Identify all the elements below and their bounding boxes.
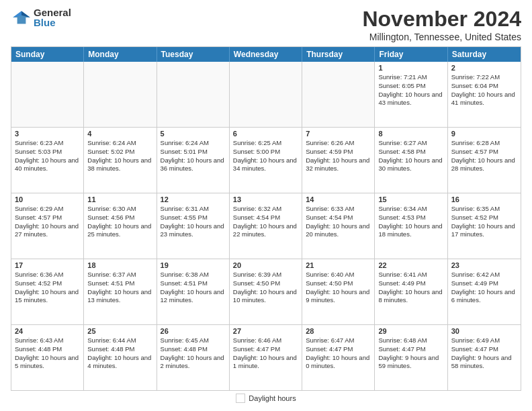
day-number: 11 [87, 195, 152, 203]
day-info: Sunrise: 6:45 AM Sunset: 4:48 PM Dayligh… [161, 336, 226, 371]
calendar-cell [84, 62, 157, 127]
day-number: 9 [451, 130, 517, 138]
header: General Blue November 2024 Millington, T… [11, 7, 521, 42]
page: General Blue November 2024 Millington, T… [0, 0, 532, 411]
calendar-cell: 15Sunrise: 6:34 AM Sunset: 4:53 PM Dayli… [375, 193, 447, 259]
legend-daylight-label: Daylight hours [249, 394, 296, 402]
day-info: Sunrise: 6:36 AM Sunset: 4:52 PM Dayligh… [15, 271, 80, 305]
calendar-cell: 7Sunrise: 6:26 AM Sunset: 4:59 PM Daylig… [302, 128, 375, 193]
calendar-cell [11, 62, 84, 127]
day-info: Sunrise: 6:48 AM Sunset: 4:47 PM Dayligh… [378, 336, 443, 371]
day-number: 16 [451, 195, 517, 203]
day-number: 13 [233, 195, 298, 203]
logo-general-text: General [34, 7, 71, 17]
day-number: 25 [87, 327, 152, 335]
day-number: 1 [378, 64, 443, 72]
day-info: Sunrise: 6:47 AM Sunset: 4:47 PM Dayligh… [306, 336, 371, 371]
calendar-cell: 27Sunrise: 6:46 AM Sunset: 4:47 PM Dayli… [230, 325, 302, 390]
day-number: 20 [233, 261, 298, 269]
calendar-cell: 2Sunrise: 7:22 AM Sunset: 6:04 PM Daylig… [448, 62, 521, 127]
legend-daylight: Daylight hours [236, 394, 296, 403]
day-number: 21 [306, 261, 371, 269]
day-info: Sunrise: 6:27 AM Sunset: 4:58 PM Dayligh… [378, 139, 443, 173]
legend: Daylight hours [11, 391, 521, 404]
day-info: Sunrise: 6:23 AM Sunset: 5:03 PM Dayligh… [15, 139, 80, 173]
calendar-cell: 21Sunrise: 6:40 AM Sunset: 4:50 PM Dayli… [302, 259, 375, 324]
month-title: November 2024 [362, 7, 521, 32]
day-number: 18 [87, 261, 152, 269]
calendar-cell: 20Sunrise: 6:39 AM Sunset: 4:50 PM Dayli… [230, 259, 302, 324]
title-block: November 2024 Millington, Tennessee, Uni… [362, 7, 521, 42]
calendar-cell [230, 62, 302, 127]
day-number: 23 [451, 261, 517, 269]
legend-daylight-box [236, 394, 245, 403]
calendar-cell: 16Sunrise: 6:35 AM Sunset: 4:52 PM Dayli… [448, 193, 521, 259]
day-number: 17 [15, 261, 80, 269]
calendar-cell: 1Sunrise: 7:21 AM Sunset: 6:05 PM Daylig… [375, 62, 447, 127]
calendar-cell: 12Sunrise: 6:31 AM Sunset: 4:55 PM Dayli… [157, 193, 230, 259]
calendar-cell: 9Sunrise: 6:28 AM Sunset: 4:57 PM Daylig… [448, 128, 521, 193]
calendar-cell: 30Sunrise: 6:49 AM Sunset: 4:47 PM Dayli… [448, 325, 521, 390]
day-number: 29 [378, 327, 443, 335]
day-number: 12 [161, 195, 226, 203]
day-info: Sunrise: 6:41 AM Sunset: 4:49 PM Dayligh… [378, 271, 443, 305]
logo-blue-text: Blue [34, 17, 71, 28]
calendar-cell [302, 62, 375, 127]
day-info: Sunrise: 6:38 AM Sunset: 4:51 PM Dayligh… [161, 271, 226, 305]
location: Millington, Tennessee, United States [362, 32, 521, 42]
calendar-cell: 13Sunrise: 6:32 AM Sunset: 4:54 PM Dayli… [230, 193, 302, 259]
calendar-cell: 26Sunrise: 6:45 AM Sunset: 4:48 PM Dayli… [157, 325, 230, 390]
day-info: Sunrise: 7:21 AM Sunset: 6:05 PM Dayligh… [378, 73, 443, 107]
calendar-cell: 22Sunrise: 6:41 AM Sunset: 4:49 PM Dayli… [375, 259, 447, 324]
day-info: Sunrise: 6:35 AM Sunset: 4:52 PM Dayligh… [451, 205, 517, 239]
day-number: 14 [306, 195, 371, 203]
day-info: Sunrise: 6:25 AM Sunset: 5:00 PM Dayligh… [233, 139, 298, 173]
day-info: Sunrise: 6:44 AM Sunset: 4:48 PM Dayligh… [87, 336, 152, 371]
calendar-cell: 3Sunrise: 6:23 AM Sunset: 5:03 PM Daylig… [11, 128, 84, 193]
day-info: Sunrise: 7:22 AM Sunset: 6:04 PM Dayligh… [451, 73, 517, 107]
calendar-cell: 24Sunrise: 6:43 AM Sunset: 4:48 PM Dayli… [11, 325, 84, 390]
header-monday: Monday [84, 47, 157, 62]
logo-bird-icon [11, 7, 32, 28]
calendar-cell: 14Sunrise: 6:33 AM Sunset: 4:54 PM Dayli… [302, 193, 375, 259]
day-number: 22 [378, 261, 443, 269]
day-number: 15 [378, 195, 443, 203]
header-sunday: Sunday [11, 47, 84, 62]
day-info: Sunrise: 6:24 AM Sunset: 5:02 PM Dayligh… [87, 139, 152, 173]
header-saturday: Saturday [448, 47, 521, 62]
calendar-cell [157, 62, 230, 127]
day-number: 26 [161, 327, 226, 335]
day-number: 3 [15, 130, 80, 138]
day-info: Sunrise: 6:39 AM Sunset: 4:50 PM Dayligh… [233, 271, 298, 305]
day-number: 30 [451, 327, 517, 335]
calendar-row-4: 24Sunrise: 6:43 AM Sunset: 4:48 PM Dayli… [11, 324, 521, 390]
calendar-row-1: 3Sunrise: 6:23 AM Sunset: 5:03 PM Daylig… [11, 127, 521, 193]
day-number: 7 [306, 130, 371, 138]
day-info: Sunrise: 6:29 AM Sunset: 4:57 PM Dayligh… [15, 205, 80, 239]
calendar-cell: 11Sunrise: 6:30 AM Sunset: 4:56 PM Dayli… [84, 193, 157, 259]
logo-name: General Blue [34, 7, 71, 28]
day-info: Sunrise: 6:31 AM Sunset: 4:55 PM Dayligh… [161, 205, 226, 239]
header-friday: Friday [375, 47, 447, 62]
calendar-cell: 18Sunrise: 6:37 AM Sunset: 4:51 PM Dayli… [84, 259, 157, 324]
day-number: 4 [87, 130, 152, 138]
calendar-cell: 6Sunrise: 6:25 AM Sunset: 5:00 PM Daylig… [230, 128, 302, 193]
day-number: 2 [451, 64, 517, 72]
day-info: Sunrise: 6:28 AM Sunset: 4:57 PM Dayligh… [451, 139, 517, 173]
day-info: Sunrise: 6:33 AM Sunset: 4:54 PM Dayligh… [306, 205, 371, 239]
calendar-cell: 25Sunrise: 6:44 AM Sunset: 4:48 PM Dayli… [84, 325, 157, 390]
day-number: 6 [233, 130, 298, 138]
day-number: 10 [15, 195, 80, 203]
day-info: Sunrise: 6:26 AM Sunset: 4:59 PM Dayligh… [306, 139, 371, 173]
calendar-cell: 23Sunrise: 6:42 AM Sunset: 4:49 PM Dayli… [448, 259, 521, 324]
header-wednesday: Wednesday [230, 47, 302, 62]
calendar-cell: 10Sunrise: 6:29 AM Sunset: 4:57 PM Dayli… [11, 193, 84, 259]
calendar-cell: 17Sunrise: 6:36 AM Sunset: 4:52 PM Dayli… [11, 259, 84, 324]
calendar-body: 1Sunrise: 7:21 AM Sunset: 6:05 PM Daylig… [11, 62, 521, 390]
calendar-row-3: 17Sunrise: 6:36 AM Sunset: 4:52 PM Dayli… [11, 259, 521, 324]
calendar-cell: 4Sunrise: 6:24 AM Sunset: 5:02 PM Daylig… [84, 128, 157, 193]
day-info: Sunrise: 6:34 AM Sunset: 4:53 PM Dayligh… [378, 205, 443, 239]
calendar-row-0: 1Sunrise: 7:21 AM Sunset: 6:05 PM Daylig… [11, 62, 521, 127]
day-info: Sunrise: 6:49 AM Sunset: 4:47 PM Dayligh… [451, 336, 517, 371]
calendar-cell: 19Sunrise: 6:38 AM Sunset: 4:51 PM Dayli… [157, 259, 230, 324]
